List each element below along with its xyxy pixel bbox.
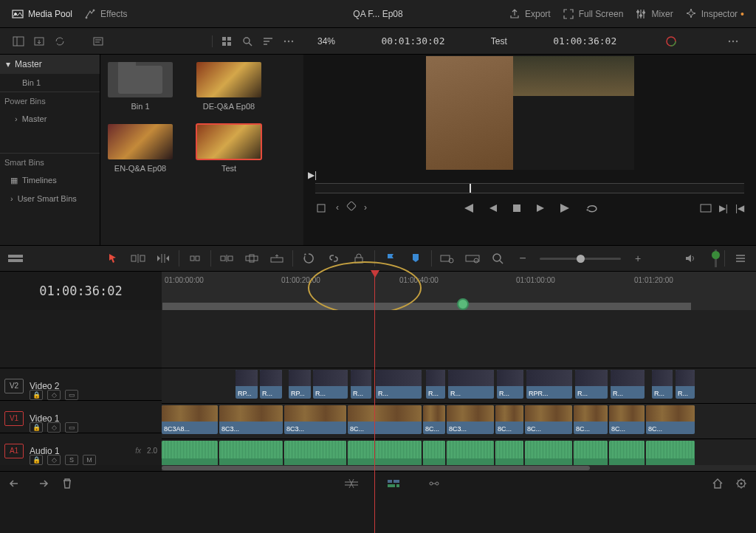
disable-icon[interactable]: ▭ <box>65 390 78 400</box>
timeline-options-icon[interactable] <box>732 252 749 264</box>
auto-select-icon[interactable]: ◇ <box>47 390 61 400</box>
clip-en[interactable]: EN-Q&A Ep08 <box>106 124 174 173</box>
svg-point-4 <box>637 10 639 13</box>
blade-tool-icon[interactable] <box>187 252 203 264</box>
stop-icon[interactable] <box>512 203 522 216</box>
export-button[interactable]: Export <box>503 5 557 23</box>
layout-icon[interactable] <box>10 35 27 47</box>
go-end-icon[interactable] <box>559 202 572 216</box>
mute-button[interactable]: M <box>83 455 96 465</box>
zoom-in-icon[interactable]: + <box>630 252 646 264</box>
link-icon[interactable] <box>326 252 342 264</box>
source-timecode[interactable]: 00:01:30:02 <box>381 35 444 47</box>
sync-icon[interactable] <box>52 35 68 47</box>
media-pool[interactable]: Bin 1 DE-Q&A Ep08 EN-Q&A Ep08 Test <box>100 55 303 245</box>
timeline-scrollbar[interactable] <box>0 465 756 471</box>
transport-controls: ‹ › ▶| |◀ <box>303 196 756 222</box>
lock-icon[interactable]: 🔒 <box>30 422 43 433</box>
mixer-button[interactable]: Mixer <box>629 5 678 23</box>
redo-icon[interactable] <box>35 478 49 492</box>
clip-test[interactable]: Test <box>195 124 263 173</box>
search-icon[interactable] <box>239 35 255 47</box>
cut-page-icon[interactable] <box>343 478 360 492</box>
playhead[interactable] <box>374 272 375 533</box>
lock-icon[interactable] <box>351 252 367 264</box>
next-edit-icon[interactable]: › <box>364 202 367 216</box>
timeline-view-icon[interactable] <box>7 252 24 264</box>
smart-bins-header[interactable]: Smart Bins <box>0 153 100 171</box>
zoom-custom-icon[interactable] <box>489 252 506 264</box>
track-lanes[interactable]: RP... R... RP... R... R... R... R... R..… <box>162 310 756 465</box>
thumb-view-icon[interactable] <box>219 35 235 47</box>
lock-icon[interactable]: 🔒 <box>30 390 43 400</box>
sort-icon[interactable] <box>260 35 276 47</box>
overwrite-icon[interactable] <box>244 252 260 264</box>
viewer-canvas[interactable] <box>426 56 634 170</box>
record-name[interactable]: Test <box>491 36 507 47</box>
effects-tab[interactable]: Effects <box>78 5 133 23</box>
play-icon[interactable] <box>535 203 546 216</box>
timeline-timecode[interactable]: 01:00:36:02 <box>0 272 162 310</box>
fullscreen-icon <box>563 8 574 20</box>
more-icon[interactable] <box>281 35 297 47</box>
inspector-button[interactable]: Inspector • <box>679 5 750 23</box>
marker-nav-icon[interactable] <box>346 201 357 211</box>
undo-icon[interactable] <box>9 478 22 492</box>
import-icon[interactable] <box>31 35 47 47</box>
bypass-color-icon[interactable] <box>663 35 679 47</box>
match-frame-icon[interactable] <box>700 203 712 216</box>
loop-icon[interactable] <box>585 202 599 216</box>
fullscreen-button[interactable]: Full Screen <box>557 5 630 23</box>
viewer-scrubber[interactable] <box>315 183 744 193</box>
retime-icon[interactable] <box>300 252 317 264</box>
disable-icon[interactable]: ▭ <box>65 422 78 433</box>
prev-edit-icon[interactable]: ‹ <box>336 202 339 216</box>
timelines-smartbin[interactable]: ▦Timelines <box>0 171 100 190</box>
crop-icon[interactable] <box>315 202 327 216</box>
master-bin[interactable]: ▾ Master <box>0 55 100 74</box>
bin1-item[interactable]: Bin 1 <box>0 74 100 92</box>
step-back-icon[interactable] <box>488 203 498 216</box>
volume-slider[interactable] <box>715 250 717 267</box>
play-next-icon[interactable]: ▶| <box>308 170 317 180</box>
powerbin-master[interactable]: ›Master <box>0 110 100 128</box>
trim-tool-icon[interactable] <box>130 252 146 264</box>
fusion-page-icon[interactable] <box>427 478 441 492</box>
record-timecode[interactable]: 01:00:36:02 <box>553 35 616 47</box>
mute-icon[interactable] <box>682 252 698 264</box>
marker-icon[interactable] <box>408 252 424 264</box>
zoom-full-icon[interactable] <box>464 252 481 264</box>
ruler-tick: 01:01:20:00 <box>634 276 673 284</box>
dynamic-trim-icon[interactable] <box>155 252 171 264</box>
in-point-icon[interactable]: ▶| <box>719 203 728 216</box>
lock-icon[interactable]: 🔒 <box>30 455 43 465</box>
auto-select-icon[interactable]: ◇ <box>47 455 61 465</box>
zoom-slider[interactable] <box>540 258 621 260</box>
power-bins-header[interactable]: Power Bins <box>0 92 100 110</box>
viewer-menu-icon[interactable] <box>725 35 741 47</box>
zoom-out-icon[interactable]: − <box>515 252 531 265</box>
project-settings-icon[interactable] <box>735 478 747 492</box>
metadata-icon[interactable] <box>90 35 106 47</box>
clip-de[interactable]: DE-Q&A Ep08 <box>195 62 263 111</box>
flag-icon[interactable] <box>382 252 399 264</box>
zoom-percent[interactable]: 34% <box>317 36 335 47</box>
edit-page-icon[interactable] <box>386 478 401 492</box>
solo-button[interactable]: S <box>65 455 78 465</box>
selection-tool-icon[interactable] <box>105 252 121 264</box>
mixer-label: Mixer <box>651 9 673 19</box>
user-smart-bins[interactable]: ›User Smart Bins <box>0 190 100 207</box>
go-start-icon[interactable] <box>461 202 475 216</box>
delete-icon[interactable] <box>62 478 72 492</box>
insert-icon[interactable] <box>219 252 235 264</box>
replace-icon[interactable] <box>269 252 285 264</box>
timeline-ruler[interactable]: 01:00:00:00 01:00:20:00 01:00:40:00 01:0… <box>162 272 756 310</box>
svg-point-6 <box>643 11 645 13</box>
media-pool-tab[interactable]: Media Pool <box>6 5 78 23</box>
home-icon[interactable] <box>712 478 724 492</box>
auto-select-icon[interactable]: ◇ <box>47 422 61 433</box>
bin-folder[interactable]: Bin 1 <box>106 62 174 111</box>
svg-point-5 <box>640 14 642 16</box>
out-point-icon[interactable]: |◀ <box>735 203 744 216</box>
zoom-out-detail-icon[interactable] <box>439 252 456 264</box>
